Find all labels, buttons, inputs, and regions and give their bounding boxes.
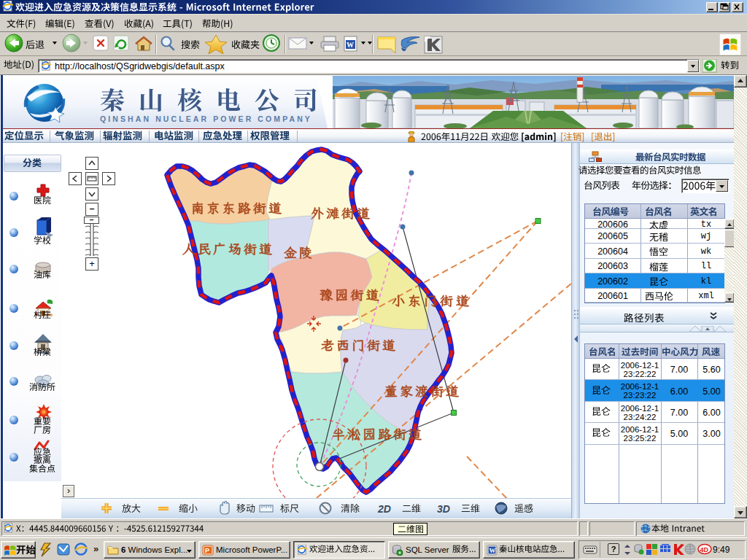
svg-text:W: W [489,547,496,554]
svg-text:3D: 3D [437,503,450,515]
svg-text:W: W [347,41,354,49]
svg-text:2D: 2D [377,503,391,515]
svg-text:P: P [205,547,209,554]
svg-text:4D: 4D [700,546,709,553]
